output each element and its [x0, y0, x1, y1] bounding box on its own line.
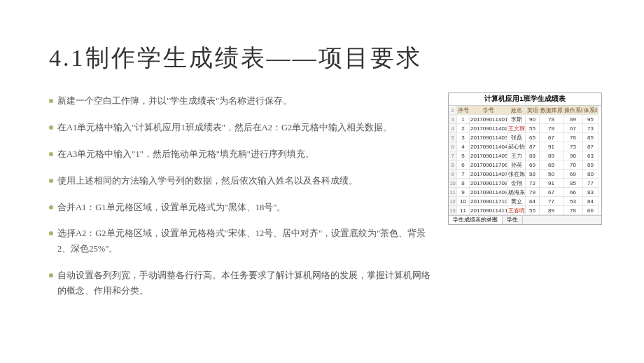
cell: 87: [526, 142, 540, 151]
cell: 78: [564, 133, 583, 142]
cell: 55: [526, 124, 540, 133]
row-number: 6: [449, 142, 457, 151]
bullet-dot-icon: [49, 99, 53, 103]
row-number: 11: [449, 188, 457, 197]
cell: 89: [540, 206, 564, 215]
mini-table-title: 计算机应用1班学生成绩表: [449, 93, 601, 106]
cell: 78: [540, 124, 564, 133]
cell: 郝心怡: [507, 142, 526, 151]
cell: 201709011409: [470, 188, 507, 197]
cell: 2: [457, 124, 470, 133]
row-number: 9: [449, 170, 457, 179]
column-header: 操作系统: [564, 106, 583, 115]
cell: 84: [583, 197, 598, 206]
mini-table-grid: 2序号学号姓名英语数据库原理操作系统体系结构31201709011401李斯90…: [449, 106, 601, 215]
cell: 201709011402: [470, 124, 507, 133]
cell: 50: [540, 170, 564, 179]
column-header: 学号: [470, 106, 507, 115]
cell: 85: [583, 133, 598, 142]
cell: 83: [583, 188, 598, 197]
cell: 黄立: [507, 197, 526, 206]
bullet-text: 合并A1：G1单元格区域，设置单元格式为"黑体、18号"。: [57, 200, 286, 216]
slide: 4.1制作学生成绩表——项目要求 新建一个空白工作簿，并以"学生成绩表"为名称进…: [0, 0, 644, 363]
row-number: 7: [449, 151, 457, 160]
cell: 孙英: [507, 160, 526, 170]
column-header: 姓名: [507, 106, 526, 115]
cell: 73: [564, 142, 583, 151]
cell: 金翔: [507, 179, 526, 188]
cell: 67: [564, 124, 583, 133]
sheet-tab[interactable]: 学生: [503, 216, 523, 224]
cell: 4: [457, 142, 470, 151]
bullet-item: 合并A1：G1单元格区域，设置单元格式为"黑体、18号"。: [49, 200, 434, 216]
column-header: 数据库原理: [540, 106, 564, 115]
cell: 201709011403: [470, 133, 507, 142]
cell: 90: [526, 115, 540, 124]
cell: 53: [564, 197, 583, 206]
row-number: 5: [449, 133, 457, 142]
cell: 10: [457, 197, 470, 206]
cell: 64: [526, 197, 540, 206]
row-number: 8: [449, 160, 457, 170]
cell: 201709011401: [470, 115, 507, 124]
cell: 68: [540, 160, 564, 170]
cell: 201709011708: [470, 179, 507, 188]
bullet-dot-icon: [49, 205, 53, 210]
bullet-text: 在A3单元格中输入"1"，然后拖动单元格"填充柄"进行序列填充。: [57, 147, 314, 163]
cell: 67: [540, 188, 564, 197]
cell: 张在旭: [507, 170, 526, 179]
cell: 80: [583, 170, 598, 179]
bullet-item: 使用上述相同的方法输入学号列的数据，然后依次输入姓名以及各科成绩。: [49, 174, 434, 189]
cell: 67: [540, 133, 564, 142]
sheet-tab[interactable]: 学生成绩表的录图: [449, 216, 503, 224]
cell: 66: [583, 206, 598, 215]
column-header: 序号: [457, 106, 470, 115]
cell: 78: [540, 115, 564, 124]
cell: 79: [526, 188, 540, 197]
bullet-dot-icon: [49, 231, 53, 235]
column-header: 体系结构: [583, 106, 598, 115]
cell: 65: [526, 133, 540, 142]
cell: 1: [457, 115, 470, 124]
cell: 70: [564, 160, 583, 170]
bullet-dot-icon: [49, 152, 53, 156]
bullet-list: 新建一个空白工作簿，并以"学生成绩表"为名称进行保存。在A1单元格中输入"计算机…: [49, 94, 434, 310]
cell: 9: [457, 188, 470, 197]
bullet-item: 在A1单元格中输入"计算机应用1班成绩表"，然后在A2：G2单元格中输入相关数据…: [49, 121, 434, 136]
cell: 王力: [507, 151, 526, 160]
cell: 87: [583, 142, 598, 151]
cell: 77: [540, 197, 564, 206]
content-row: 新建一个空白工作簿，并以"学生成绩表"为名称进行保存。在A1单元格中输入"计算机…: [49, 94, 602, 310]
cell: 6: [457, 160, 470, 170]
row-number: 10: [449, 179, 457, 188]
cell: 201709011407: [470, 170, 507, 179]
cell: 69: [526, 160, 540, 170]
mini-table: 计算机应用1班学生成绩表 2序号学号姓名英语数据库原理操作系统体系结构31201…: [448, 93, 602, 225]
cell: 89: [540, 151, 564, 160]
cell: 201709011706: [470, 160, 507, 170]
mini-sheet-tabs: 学生成绩表的录图学生: [449, 215, 601, 224]
cell: 杨海东: [507, 188, 526, 197]
bullet-item: 新建一个空白工作簿，并以"学生成绩表"为名称进行保存。: [49, 94, 434, 109]
slide-title: 4.1制作学生成绩表——项目要求: [49, 42, 602, 74]
cell: 63: [583, 151, 598, 160]
cell: 77: [583, 179, 598, 188]
cell: 201709011405: [470, 151, 507, 160]
bullet-item: 选择A2：G2单元格区域，设置单元格格式"宋体、12号、居中对齐"，设置底纹为"…: [49, 226, 434, 257]
cell: 7: [457, 170, 470, 179]
cell: 95: [583, 115, 598, 124]
spreadsheet-preview: 计算机应用1班学生成绩表 2序号学号姓名英语数据库原理操作系统体系结构31201…: [448, 93, 602, 225]
cell: 88: [526, 170, 540, 179]
cell: 201709011404: [470, 142, 507, 151]
cell: 91: [540, 142, 564, 151]
bullet-dot-icon: [49, 179, 53, 183]
cell: 张磊: [507, 133, 526, 142]
cell: 90: [564, 151, 583, 160]
bullet-text: 自动设置各列列宽，手动调整各行行高。本任务要求了解计算机网络的发展，掌握计算机网…: [57, 268, 434, 299]
cell: 78: [564, 206, 583, 215]
cell: 69: [564, 170, 583, 179]
cell: 李斯: [507, 115, 526, 124]
cell: 11: [457, 206, 470, 215]
row-number: 2: [449, 106, 457, 115]
bullet-text: 使用上述相同的方法输入学号列的数据，然后依次输入姓名以及各科成绩。: [57, 174, 358, 189]
